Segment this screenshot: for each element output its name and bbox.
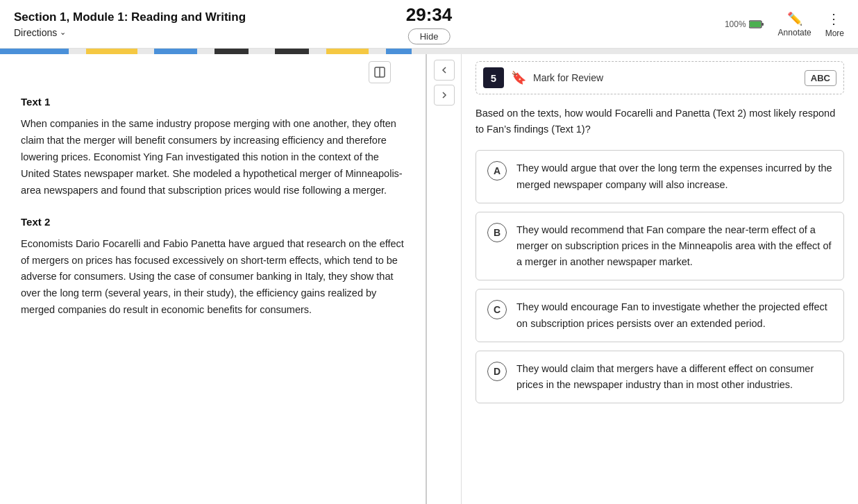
- progress-bar: [0, 49, 858, 54]
- option-letter-b: B: [487, 223, 507, 242]
- progress-segment: [0, 49, 69, 54]
- battery-info: 100%: [725, 19, 764, 29]
- collapse-right-button[interactable]: [434, 85, 455, 106]
- main-content: Text 1 When companies in the same indust…: [0, 54, 858, 504]
- left-panel: Text 1 When companies in the same indust…: [0, 54, 427, 504]
- answer-option-c[interactable]: CThey would encourage Fan to investigate…: [476, 289, 844, 342]
- progress-segment: [369, 49, 386, 54]
- expand-left-button[interactable]: [369, 61, 391, 83]
- progress-segment: [275, 49, 309, 54]
- progress-segment: [309, 49, 326, 54]
- pencil-icon: ✏️: [787, 11, 802, 26]
- top-bar: Section 1, Module 1: Reading and Writing…: [0, 0, 858, 49]
- progress-segment: [154, 49, 197, 54]
- option-letter-c: C: [487, 300, 507, 319]
- option-letter-d: D: [487, 362, 507, 381]
- battery-icon: [749, 20, 764, 28]
- chevron-down-icon: ⌄: [60, 28, 66, 37]
- battery-percent: 100%: [725, 19, 746, 29]
- progress-segment: [69, 49, 86, 54]
- top-bar-center: 29:34 Hide: [406, 4, 453, 44]
- question-header: 5 🔖 Mark for Review ABC: [476, 61, 844, 94]
- text1-body: When companies in the same industry prop…: [21, 116, 405, 199]
- progress-segment: [386, 49, 412, 54]
- collapse-left-button[interactable]: [434, 60, 455, 81]
- text2-body: Economists Dario Focarelli and Fabio Pan…: [21, 236, 405, 319]
- progress-segment: [412, 49, 858, 54]
- svg-rect-1: [750, 22, 761, 27]
- annotate-label: Annotate: [778, 28, 811, 37]
- more-label: More: [825, 28, 844, 38]
- mark-review-label: Mark for Review: [533, 72, 603, 83]
- more-dots-icon: ⋮: [827, 10, 842, 27]
- hide-button[interactable]: Hide: [408, 28, 451, 44]
- answer-option-a[interactable]: AThey would argue that over the long ter…: [476, 150, 844, 203]
- directions-button[interactable]: Directions ⌄: [14, 27, 246, 38]
- top-bar-right: 100% ✏️ Annotate ⋮ More: [725, 10, 844, 38]
- text2-title: Text 2: [21, 216, 405, 228]
- question-number: 5: [483, 67, 504, 88]
- directions-label: Directions: [14, 27, 57, 38]
- annotate-button[interactable]: ✏️ Annotate: [778, 11, 811, 37]
- progress-segment: [249, 49, 274, 54]
- answer-options: AThey would argue that over the long ter…: [476, 150, 844, 403]
- progress-segment: [137, 49, 155, 54]
- panel-divider: [427, 54, 462, 504]
- svg-rect-2: [762, 23, 764, 26]
- abc-button[interactable]: ABC: [805, 70, 836, 86]
- right-panel: 5 🔖 Mark for Review ABC Based on the tex…: [462, 54, 858, 504]
- answer-option-d[interactable]: DThey would claim that mergers have a di…: [476, 351, 844, 403]
- timer-display: 29:34: [406, 4, 453, 26]
- option-text-c: They would encourage Fan to investigate …: [516, 299, 832, 331]
- answer-option-b[interactable]: BThey would recommend that Fan compare t…: [476, 212, 844, 281]
- option-letter-a: A: [487, 161, 507, 180]
- progress-segment: [197, 49, 214, 54]
- option-text-a: They would argue that over the long term…: [516, 160, 832, 192]
- bookmark-button[interactable]: 🔖: [511, 70, 526, 85]
- top-bar-left: Section 1, Module 1: Reading and Writing…: [14, 10, 246, 38]
- progress-segment: [86, 49, 137, 54]
- option-text-b: They would recommend that Fan compare th…: [516, 222, 832, 271]
- progress-segment: [326, 49, 369, 54]
- section-title: Section 1, Module 1: Reading and Writing: [14, 10, 246, 24]
- more-button[interactable]: ⋮ More: [825, 10, 844, 38]
- text1-title: Text 1: [21, 96, 405, 108]
- option-text-d: They would claim that mergers have a dif…: [516, 361, 832, 393]
- question-text: Based on the texts, how would Focarelli …: [476, 106, 844, 137]
- progress-segment: [214, 49, 249, 54]
